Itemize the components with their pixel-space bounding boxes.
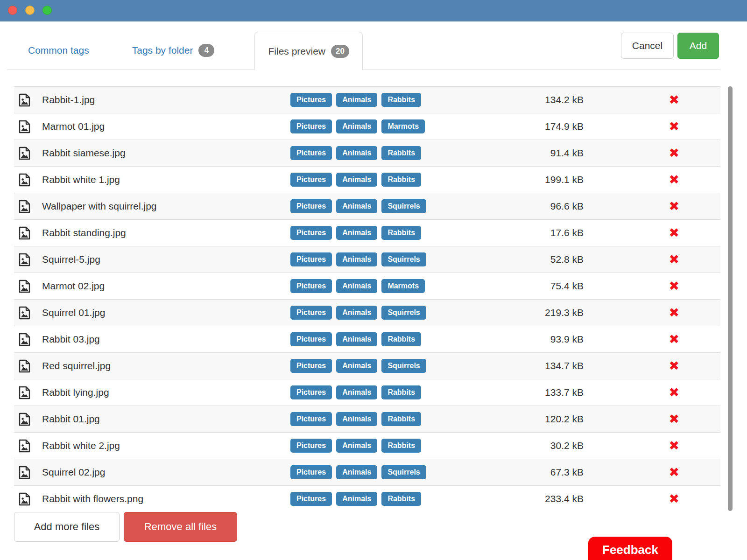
tag-button[interactable]: Rabbits <box>381 93 421 107</box>
tag-button[interactable]: Rabbits <box>381 492 421 506</box>
file-icon-cell <box>14 173 38 187</box>
tag-button[interactable]: Rabbits <box>381 385 421 399</box>
remove-file-icon[interactable]: ✖ <box>669 227 679 239</box>
remove-file-icon[interactable]: ✖ <box>669 413 679 426</box>
remove-file-icon[interactable]: ✖ <box>669 307 679 319</box>
tag-button[interactable]: Rabbits <box>381 412 421 426</box>
remove-all-files-button[interactable]: Remove all files <box>124 512 237 542</box>
tag-button[interactable]: Pictures <box>290 332 332 346</box>
file-tags: PicturesAnimalsRabbits <box>290 332 519 346</box>
zoom-window-icon[interactable] <box>42 6 52 15</box>
tag-button[interactable]: Animals <box>336 306 377 320</box>
file-icon-cell <box>14 253 38 266</box>
file-image-icon <box>19 386 30 399</box>
remove-file-icon[interactable]: ✖ <box>669 174 679 186</box>
vertical-scrollbar-thumb[interactable] <box>728 86 733 511</box>
tag-button[interactable]: Rabbits <box>381 439 421 453</box>
tag-button[interactable]: Squirrels <box>381 306 426 320</box>
file-icon-cell <box>14 386 38 399</box>
minimize-window-icon[interactable] <box>25 6 35 15</box>
tag-button[interactable]: Marmots <box>381 279 425 293</box>
remove-file-icon[interactable]: ✖ <box>669 493 679 505</box>
remove-file-icon[interactable]: ✖ <box>669 120 679 133</box>
tag-button[interactable]: Animals <box>336 173 377 187</box>
file-tags: PicturesAnimalsSquirrels <box>290 465 519 479</box>
tag-button[interactable]: Animals <box>336 279 377 293</box>
remove-file-icon[interactable]: ✖ <box>669 280 679 293</box>
file-image-icon <box>19 93 30 107</box>
file-row: Squirrel 02.jpg PicturesAnimalsSquirrels… <box>14 459 720 485</box>
remove-file-icon[interactable]: ✖ <box>669 440 679 452</box>
file-size: 199.1 kB <box>519 174 588 185</box>
tag-button[interactable]: Animals <box>336 252 377 266</box>
tag-button[interactable]: Rabbits <box>381 146 421 160</box>
file-image-icon <box>19 333 30 346</box>
file-tags: PicturesAnimalsSquirrels <box>290 252 519 266</box>
tag-button[interactable]: Animals <box>336 332 377 346</box>
file-size: 120.2 kB <box>519 413 588 425</box>
remove-file-icon[interactable]: ✖ <box>669 147 679 160</box>
file-size: 91.4 kB <box>519 147 588 159</box>
tag-button[interactable]: Animals <box>336 359 377 373</box>
tag-button[interactable]: Pictures <box>290 359 332 373</box>
tag-button[interactable]: Pictures <box>290 279 332 293</box>
tag-button[interactable]: Animals <box>336 492 377 506</box>
tag-button[interactable]: Animals <box>336 412 377 426</box>
remove-file-icon[interactable]: ✖ <box>669 253 679 266</box>
cancel-button[interactable]: Cancel <box>621 33 674 59</box>
tag-button[interactable]: Animals <box>336 119 377 133</box>
tag-button[interactable]: Pictures <box>290 306 332 320</box>
tab-files-preview[interactable]: Files preview 20 <box>254 32 362 70</box>
remove-file-icon[interactable]: ✖ <box>669 94 679 106</box>
remove-file-icon[interactable]: ✖ <box>669 386 679 399</box>
add-more-files-button[interactable]: Add more files <box>14 512 120 542</box>
file-size: 134.2 kB <box>519 94 588 105</box>
remove-file-icon[interactable]: ✖ <box>669 333 679 346</box>
remove-file-icon[interactable]: ✖ <box>669 200 679 213</box>
file-icon-cell <box>14 200 38 213</box>
tag-button[interactable]: Animals <box>336 199 377 213</box>
tag-button[interactable]: Pictures <box>290 199 332 213</box>
tag-button[interactable]: Pictures <box>290 465 332 479</box>
file-tags: PicturesAnimalsRabbits <box>290 146 519 160</box>
feedback-button[interactable]: Feedback <box>588 537 672 560</box>
file-icon-cell <box>14 147 38 160</box>
file-tags: PicturesAnimalsSquirrels <box>290 306 519 320</box>
tag-button[interactable]: Pictures <box>290 119 332 133</box>
tag-button[interactable]: Animals <box>336 465 377 479</box>
file-name: Rabbit 03.jpg <box>38 334 290 345</box>
tag-button[interactable]: Marmots <box>381 119 425 133</box>
tab-tags-by-folder[interactable]: Tags by folder 4 <box>119 31 228 70</box>
remove-file-icon[interactable]: ✖ <box>669 466 679 479</box>
tag-button[interactable]: Squirrels <box>381 199 426 213</box>
tag-button[interactable]: Animals <box>336 385 377 399</box>
tag-button[interactable]: Pictures <box>290 492 332 506</box>
tag-button[interactable]: Animals <box>336 93 377 107</box>
tag-button[interactable]: Squirrels <box>381 465 426 479</box>
tag-button[interactable]: Pictures <box>290 226 332 240</box>
tag-button[interactable]: Rabbits <box>381 226 421 240</box>
tab-label: Files preview <box>268 46 325 57</box>
tag-button[interactable]: Pictures <box>290 93 332 107</box>
add-button[interactable]: Add <box>677 33 719 59</box>
tag-button[interactable]: Animals <box>336 439 377 453</box>
tag-button[interactable]: Pictures <box>290 385 332 399</box>
remove-file-icon[interactable]: ✖ <box>669 360 679 372</box>
tag-button[interactable]: Squirrels <box>381 252 426 266</box>
file-size: 219.3 kB <box>519 307 588 318</box>
tag-button[interactable]: Pictures <box>290 439 332 453</box>
tag-button[interactable]: Pictures <box>290 412 332 426</box>
tag-button[interactable]: Rabbits <box>381 332 421 346</box>
tag-button[interactable]: Animals <box>336 146 377 160</box>
tab-common-tags[interactable]: Common tags <box>15 31 102 70</box>
tag-button[interactable]: Squirrels <box>381 359 426 373</box>
tag-button[interactable]: Animals <box>336 226 377 240</box>
close-window-icon[interactable] <box>8 6 17 15</box>
file-row: Rabbit siamese.jpg PicturesAnimalsRabbit… <box>14 140 720 166</box>
tag-button[interactable]: Pictures <box>290 252 332 266</box>
tag-button[interactable]: Pictures <box>290 146 332 160</box>
file-name: Marmot 01.jpg <box>38 121 290 132</box>
tag-button[interactable]: Rabbits <box>381 173 421 187</box>
tag-button[interactable]: Pictures <box>290 173 332 187</box>
file-size: 134.7 kB <box>519 360 588 371</box>
